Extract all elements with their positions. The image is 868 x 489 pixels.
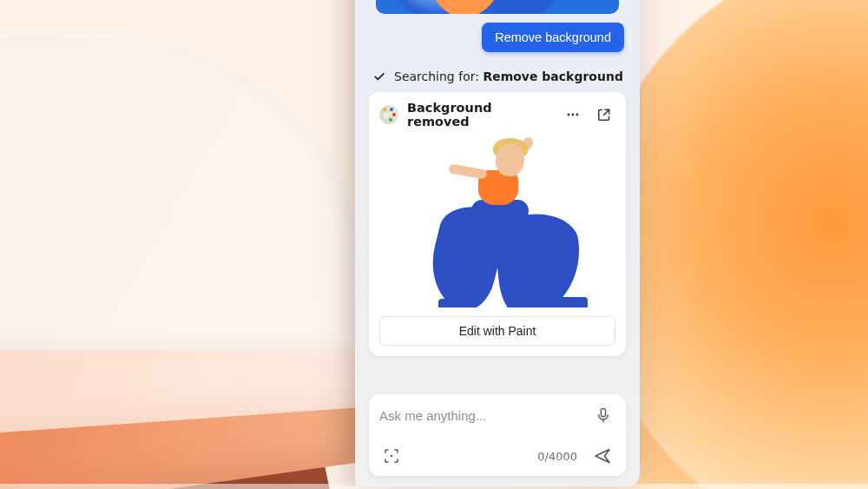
prompt-input-card: 0/4000 [369, 394, 626, 476]
user-image-thumbnail[interactable] [376, 0, 619, 14]
open-external-button[interactable] [593, 103, 615, 126]
svg-rect-3 [601, 408, 605, 416]
result-image[interactable] [391, 137, 603, 307]
result-card: Background removed [369, 92, 626, 356]
char-counter: 0/4000 [537, 450, 577, 463]
svg-point-2 [576, 114, 579, 116]
send-button[interactable] [589, 443, 615, 469]
prompt-input[interactable] [379, 408, 591, 423]
check-icon [372, 69, 386, 83]
svg-point-4 [391, 455, 392, 457]
copilot-panel: Remove background Searching for: Remove … [355, 0, 640, 486]
svg-point-0 [568, 114, 570, 116]
card-title: Background removed [407, 101, 553, 129]
more-options-button[interactable] [562, 103, 584, 126]
microphone-icon [595, 406, 612, 424]
send-icon [593, 446, 612, 466]
edit-with-paint-button[interactable]: Edit with Paint [379, 316, 615, 346]
more-icon [565, 107, 581, 122]
voice-input-button[interactable] [591, 403, 615, 427]
status-text: Searching for: Remove background [394, 69, 623, 83]
external-link-icon [596, 107, 612, 122]
paint-app-icon [379, 105, 398, 124]
scan-image-button[interactable] [379, 444, 404, 468]
svg-point-1 [572, 114, 575, 116]
wallpaper-shape [0, 37, 365, 350]
status-row: Searching for: Remove background [372, 69, 624, 83]
scan-icon [383, 447, 400, 465]
remove-background-chip[interactable]: Remove background [482, 23, 624, 52]
